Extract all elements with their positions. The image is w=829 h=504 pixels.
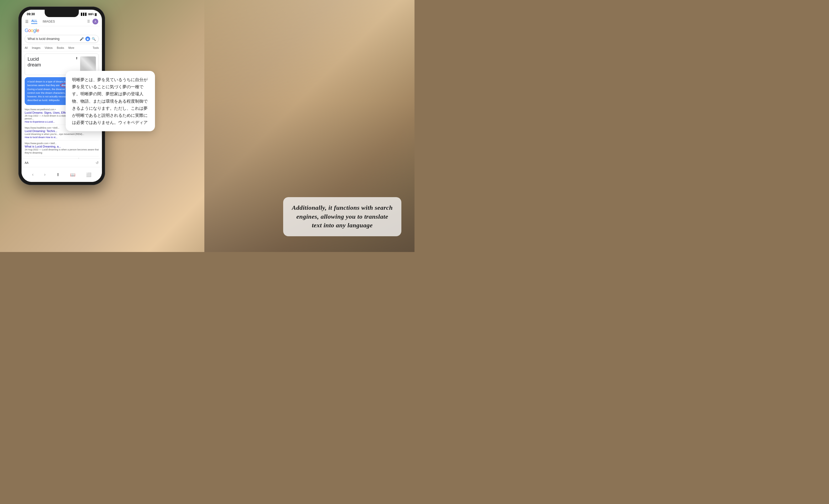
phone-notch [45, 10, 79, 17]
search-icon[interactable]: 🔍 [92, 37, 96, 41]
wiki-title-line2: dream [28, 62, 41, 68]
nav-tabs: All Images Videos Books More Tools [22, 45, 102, 51]
avatar[interactable]: A [93, 18, 98, 25]
wifi-icon: WiFi [88, 13, 94, 16]
translation-popup: 明晰夢とは、夢を見ているうちに自分が夢を見ていることに気づく夢の一種です。明晰夢… [66, 71, 155, 131]
wiki-left: Lucid dream ⬆ [28, 56, 78, 68]
search-area: Google What is lucid dreaming 🎤 ◉ 🔍 [22, 26, 102, 45]
wiki-title-line1: Lucid [28, 56, 41, 62]
back-button[interactable]: ‹ [32, 172, 33, 177]
status-icons: ▋▋▋ WiFi ▓ [81, 13, 97, 16]
result-snippet-3: 24-Aug-2022 — Lucid dreaming is when a p… [25, 148, 99, 154]
nav-tab-videos[interactable]: Videos [44, 46, 53, 50]
forward-button[interactable]: › [44, 172, 45, 177]
g-yellow: o [31, 28, 33, 33]
google-logo: Google [25, 28, 99, 33]
url-bar: AA ↺ [22, 159, 102, 167]
result-snippet-2: Lucid dreaming is when you're... eye mov… [25, 133, 99, 136]
wiki-image-inner [80, 56, 96, 72]
share-button[interactable]: ⬆ [56, 172, 60, 177]
share-icon[interactable]: ⬆ [75, 56, 78, 60]
wiki-image [80, 56, 96, 72]
search-query: What is lucid dreaming [28, 37, 78, 41]
result-item-3: https://www.goodrx.com • Well... What is… [25, 141, 99, 156]
hamburger-icon[interactable]: ☰ [25, 20, 29, 24]
translation-text: 明晰夢とは、夢を見ているうちに自分が夢を見ていることに気づく夢の一種です。明晰夢… [72, 76, 149, 126]
g-red2: e [37, 28, 39, 33]
result-title-3[interactable]: What is Lucid Dreaming, a... [25, 145, 99, 148]
caption-box: Additionally, it functions with search e… [283, 197, 401, 236]
google-logo-text: Google [25, 28, 39, 33]
lens-icon[interactable]: ◉ [85, 37, 90, 41]
g-blue2: g [33, 28, 36, 33]
wiki-title-block: Lucid dream [28, 56, 41, 68]
nav-tab-all[interactable]: All [24, 46, 29, 50]
tab-all[interactable]: ALL [31, 19, 37, 24]
battery-icon: ▓ [95, 13, 97, 16]
microphone-icon[interactable]: 🎤 [80, 37, 84, 41]
nav-tab-images[interactable]: Images [31, 46, 41, 50]
tab-images[interactable]: IMAGES [42, 20, 55, 23]
grid-icon[interactable]: ⠿ [87, 20, 90, 24]
result-url-3: https://www.goodrx.com • Well... [25, 142, 99, 145]
bottom-nav-bar: ‹ › ⬆ 📖 ⬜ [22, 167, 102, 182]
g-blue: G [25, 28, 28, 33]
g-red: o [28, 28, 31, 33]
nav-tab-books[interactable]: Books [56, 46, 65, 50]
tabs-button[interactable]: ⬜ [86, 172, 92, 177]
caption-text: Additionally, it functions with search e… [292, 203, 393, 230]
bottom-bar: AA ↺ ‹ › ⬆ 📖 ⬜ [22, 158, 102, 182]
wiki-card-header: Lucid dream ⬆ [28, 56, 78, 68]
result-more-2[interactable]: How to lucid dream How to st... [25, 136, 99, 139]
status-time: 09:30 [27, 12, 35, 16]
url-text: AA [25, 161, 94, 164]
nav-tools[interactable]: Tools [92, 46, 100, 50]
nav-tab-more[interactable]: More [67, 46, 75, 50]
search-icons: 🎤 ◉ 🔍 [80, 37, 96, 41]
bookmarks-button[interactable]: 📖 [70, 172, 75, 177]
search-box[interactable]: What is lucid dreaming 🎤 ◉ 🔍 [25, 35, 99, 43]
refresh-icon[interactable]: ↺ [96, 161, 99, 165]
search-header: ☰ ALL IMAGES ⠿ A [22, 17, 102, 26]
signal-icon: ▋▋▋ [81, 13, 87, 16]
